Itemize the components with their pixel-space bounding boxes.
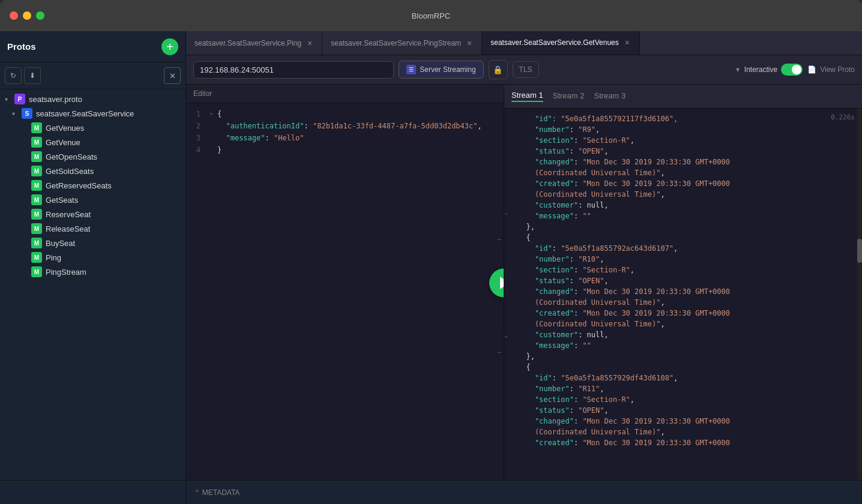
spacer-icon (22, 182, 29, 189)
method-label: ReleaseSeat (46, 224, 90, 233)
line-number: 2 (186, 120, 205, 132)
expand-button[interactable]: − (497, 348, 501, 356)
line-content: "authenticationId": "82b1da1c-33fd-4487-… (217, 120, 504, 132)
tree-item-getvenues[interactable]: M GetVenues (0, 121, 185, 135)
import-button[interactable]: ⬇ (24, 67, 41, 84)
method-label: GetSeats (46, 196, 78, 205)
document-icon: 📄 (807, 65, 816, 74)
spacer-icon (22, 153, 29, 160)
stream-tab-3[interactable]: Stream 3 (594, 91, 626, 101)
streaming-icon: ☰ (406, 65, 416, 74)
method-icon: M (31, 137, 42, 148)
tab-bar: seatsaver.SeatSaverService.Ping × seatsa… (186, 31, 862, 55)
lock-icon-button[interactable]: 🔒 (489, 60, 508, 79)
sidebar: Protos + ↻ ⬇ ✕ ▾ P seatsaver.proto ▾ S s… (0, 31, 186, 504)
method-icon: M (31, 223, 42, 234)
app-container: Protos + ↻ ⬇ ✕ ▾ P seatsaver.proto ▾ S s… (0, 31, 862, 504)
titlebar-controls (10, 11, 44, 20)
request-toolbar: ☰ Server Streaming 🔒 TLS ▾ Interactive 📄 (186, 55, 862, 85)
tab-close-button[interactable]: × (624, 38, 631, 47)
chevron-down-icon: ▾ (12, 110, 19, 117)
tab-ping[interactable]: seatsaver.SeatSaverService.Ping × (186, 31, 322, 55)
play-button-container (489, 269, 504, 298)
tree-item-getseats[interactable]: M GetSeats (0, 193, 185, 207)
delete-button[interactable]: ✕ (164, 67, 181, 84)
metadata-bar[interactable]: ^ METADATA (186, 480, 862, 504)
play-icon (500, 277, 504, 289)
chevron-down-icon: ▾ (736, 65, 740, 74)
scrollbar-track[interactable] (857, 109, 862, 480)
response-timing: 0.226s (831, 113, 855, 121)
tab-pingstream[interactable]: seatsaver.SeatSaverService.PingStream × (322, 31, 482, 55)
method-label: BuySeat (46, 239, 75, 248)
code-editor[interactable]: 1 ▾ { 2 "authenticationId": "82b1da1c-33… (186, 103, 504, 480)
metadata-chevron-icon: ^ (196, 489, 199, 496)
line-number: 4 (186, 144, 205, 156)
line-content: { (217, 108, 504, 120)
tab-label: seatsaver.SeatSaverService.PingStream (331, 39, 461, 47)
editor-label: Editor (193, 89, 212, 98)
collapse-button[interactable]: − (497, 235, 501, 244)
send-request-button[interactable] (489, 269, 504, 298)
refresh-button[interactable]: ↻ (5, 67, 22, 84)
method-label: GetVenues (46, 124, 84, 133)
tree-item-buyseat[interactable]: M BuySeat (0, 236, 185, 250)
tree-item-getreservedseats[interactable]: M GetReservedSeats (0, 178, 185, 193)
tree-item-getsoldseats[interactable]: M GetSoldSeats (0, 164, 185, 178)
code-line-3: 3 "message": "Hello" (186, 132, 504, 144)
tree-item-releaseseat[interactable]: M ReleaseSeat (0, 221, 185, 236)
line-content: } (217, 144, 504, 156)
close-button[interactable] (10, 11, 18, 20)
response-content[interactable]: 0.226s − − "id": "5e0a5f1a855792117f3d61… (504, 109, 862, 480)
server-streaming-button[interactable]: ☰ Server Streaming (399, 61, 483, 79)
stream-tab-2[interactable]: Stream 2 (553, 91, 585, 101)
interactive-label: Interactive (744, 65, 777, 74)
scrollbar-thumb[interactable] (857, 239, 862, 263)
lock-icon: 🔒 (493, 65, 503, 74)
view-proto-button[interactable]: 📄 View Proto (807, 65, 855, 74)
tab-getvenues[interactable]: seatsaver.SeatSaverService.GetVenues × (482, 31, 640, 55)
window-title: BloomRPC (412, 11, 450, 20)
maximize-button[interactable] (36, 11, 44, 20)
method-icon: M (31, 180, 42, 191)
method-icon: M (31, 209, 42, 220)
spacer-icon (22, 239, 29, 247)
code-line-2: 2 "authenticationId": "82b1da1c-33fd-448… (186, 120, 504, 132)
method-icon: M (31, 194, 42, 205)
spacer-icon (22, 124, 29, 131)
toggle-knob (792, 65, 801, 74)
method-label: GetOpenSeats (46, 152, 97, 161)
tree-item-getvenue[interactable]: M GetVenue (0, 135, 185, 149)
sidebar-scrollbar (0, 480, 185, 504)
method-icon: M (31, 166, 42, 176)
spacer-icon (22, 254, 29, 261)
tab-close-button[interactable]: × (466, 38, 473, 48)
tab-close-button[interactable]: × (306, 38, 313, 48)
server-address-input[interactable] (193, 61, 394, 79)
code-line-1: 1 ▾ { (186, 108, 504, 120)
line-number: 1 (186, 108, 205, 120)
method-label: GetSoldSeats (46, 167, 94, 176)
tree-item-pingstream[interactable]: M PingStream (0, 265, 185, 279)
tree-item-reserveseat[interactable]: M ReserveSeat (0, 207, 185, 221)
minimize-button[interactable] (23, 11, 31, 20)
spacer-icon (22, 167, 29, 175)
tree-item-getopenSeats[interactable]: M GetOpenSeats (0, 149, 185, 164)
tree-item-proto-file[interactable]: ▾ P seatsaver.proto (0, 92, 185, 106)
collapse-response-button[interactable]: − (504, 211, 511, 217)
method-label: Ping (46, 253, 61, 262)
add-proto-button[interactable]: + (161, 38, 178, 55)
method-label: GetVenue (46, 138, 80, 147)
collapse-response-button-2[interactable]: − (504, 334, 511, 340)
interactive-dropdown-button[interactable]: ▾ (736, 65, 740, 74)
line-number: 3 (186, 132, 205, 144)
metadata-label: METADATA (202, 488, 240, 497)
tree-item-ping[interactable]: M Ping (0, 250, 185, 265)
stream-tab-1[interactable]: Stream 1 (511, 91, 543, 102)
interactive-toggle[interactable] (781, 64, 803, 76)
view-proto-label: View Proto (820, 65, 855, 74)
editor-header: Editor (186, 85, 504, 103)
tls-button[interactable]: TLS (513, 61, 539, 78)
tree-item-service[interactable]: ▾ S seatsaver.SeatSaverService (0, 106, 185, 121)
spacer-icon (22, 211, 29, 218)
